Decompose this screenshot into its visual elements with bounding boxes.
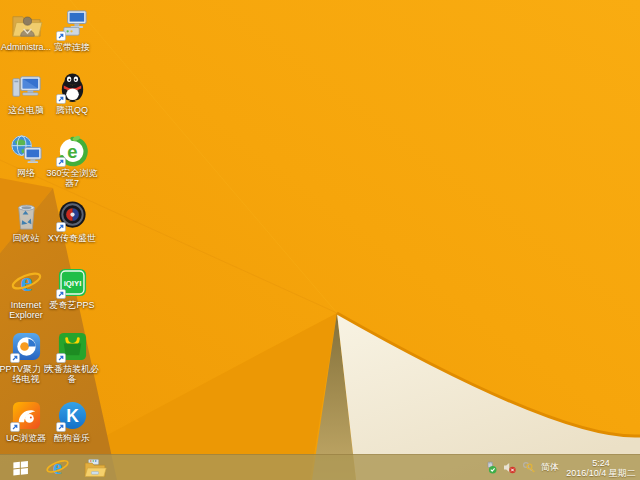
taskbar-file-explorer-button[interactable] [80, 455, 110, 480]
ie-logo-icon: e [10, 266, 43, 299]
taskbar-clock[interactable]: 5:24 2016/10/4 星期二 [565, 458, 637, 478]
pptv-logo-icon [10, 330, 43, 363]
shortcut-arrow-icon [56, 222, 66, 232]
taskbar-internet-explorer-button[interactable]: e [42, 455, 72, 480]
svg-text:e: e [52, 456, 61, 478]
desktop-icon-qq[interactable]: 腾讯QQ [46, 71, 98, 115]
svg-text:e: e [20, 267, 32, 297]
shortcut-arrow-icon [56, 289, 66, 299]
icon-label: 腾讯QQ [44, 105, 100, 115]
folder-icon [83, 456, 107, 480]
svg-text:iQIYI: iQIYI [63, 279, 81, 288]
language-indicator[interactable]: 简体 [541, 461, 559, 474]
desktop-icon-tomato[interactable]: 大番茄装机必备 [46, 330, 98, 384]
icon-label: 酷狗音乐 [44, 433, 100, 443]
taskbar: e [0, 454, 640, 480]
hardware-safely-remove-icon[interactable] [484, 461, 497, 474]
desktop: Administra... 宽带连接 [0, 0, 640, 480]
game-emblem-icon [56, 199, 89, 232]
iqiyi-logo-icon: iQIYI [56, 266, 89, 299]
shortcut-arrow-icon [56, 422, 66, 432]
shortcut-arrow-icon [56, 31, 66, 41]
desktop-icon-360-browser[interactable]: e 360安全浏览器7 [46, 134, 98, 188]
icon-label: 360安全浏览器7 [44, 168, 100, 188]
system-tray: 简体 5:24 2016/10/4 星期二 [484, 455, 640, 480]
volume-muted-icon[interactable] [503, 461, 516, 474]
start-button[interactable] [4, 455, 36, 480]
qq-penguin-icon [56, 71, 89, 104]
uc-squirrel-icon [10, 399, 43, 432]
icon-label: XY传奇盛世 [44, 233, 100, 243]
desktop-icon-internet-explorer[interactable]: e Internet Explorer [0, 266, 52, 320]
desktop-icon-xy-game[interactable]: XY传奇盛世 [46, 199, 98, 243]
clock-date: 2016/10/4 星期二 [566, 468, 636, 478]
kugou-k-icon: K [56, 399, 89, 432]
shortcut-arrow-icon [56, 353, 66, 363]
shortcut-arrow-icon [56, 157, 66, 167]
desktop-icon-broadband[interactable]: 宽带连接 [46, 8, 98, 52]
360-browser-e-icon: e [56, 134, 89, 167]
desktop-icon-iqiyi[interactable]: iQIYI 爱奇艺PPS [46, 266, 98, 310]
svg-text:e: e [67, 141, 77, 162]
icon-label: 宽带连接 [44, 42, 100, 52]
desktop-icon-kugou[interactable]: K 酷狗音乐 [46, 399, 98, 443]
recycle-bin-icon [10, 199, 43, 232]
shortcut-arrow-icon [56, 94, 66, 104]
computer-icon [10, 71, 43, 104]
clock-time: 5:24 [592, 458, 610, 468]
shopping-bag-icon [56, 330, 89, 363]
shortcut-arrow-icon [10, 353, 20, 363]
user-folder-icon [10, 8, 43, 41]
svg-text:K: K [66, 406, 79, 426]
ie-icon: e [45, 455, 70, 480]
icon-label: 大番茄装机必备 [44, 364, 100, 384]
security-keys-icon[interactable] [522, 461, 535, 474]
broadband-monitors-icon [56, 8, 89, 41]
network-globe-icon [10, 134, 43, 167]
windows-logo-icon [11, 458, 30, 477]
icon-label: 爱奇艺PPS [44, 300, 100, 310]
shortcut-arrow-icon [10, 422, 20, 432]
